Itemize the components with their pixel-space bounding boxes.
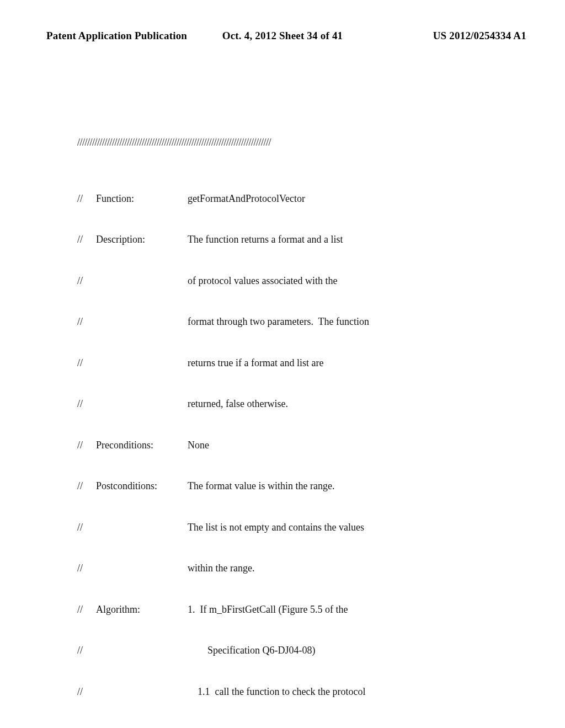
code-label	[96, 274, 188, 288]
code-label	[96, 521, 188, 534]
code-text: None	[188, 438, 526, 452]
comment-mark: //	[77, 233, 96, 247]
code-label: Preconditions:	[96, 438, 188, 452]
code-text: getFormatAndProtocolVector	[188, 192, 526, 206]
code-text: format through two parameters. The funct…	[188, 315, 526, 329]
code-text: 1.1 call the function to check the proto…	[188, 685, 526, 699]
code-label	[96, 726, 188, 728]
code-label	[96, 356, 188, 370]
comment-mark: //	[77, 521, 96, 534]
code-text: 1. If m_bFirstGetCall (Figure 5.5 of the	[188, 603, 526, 617]
code-label	[96, 397, 188, 411]
comment-mark: //	[77, 192, 96, 206]
code-label: Algorithm:	[96, 603, 188, 617]
comment-mark: //	[77, 726, 96, 728]
comment-mark: //	[77, 397, 96, 411]
code-label	[96, 561, 188, 575]
comment-mark: //	[77, 561, 96, 575]
code-line: //Preconditions:None	[77, 438, 526, 452]
code-label	[96, 315, 188, 329]
code-line: //Description:The function returns a for…	[77, 233, 526, 247]
page: Patent Application Publication Oct. 4, 2…	[0, 0, 565, 728]
code-line: // 1.1 call the function to check the pr…	[77, 685, 526, 699]
slash-divider: ////////////////////////////////////////…	[77, 137, 526, 149]
code-label: Postconditions:	[96, 479, 188, 493]
comment-mark: //	[77, 603, 96, 617]
header-left: Patent Application Publication	[46, 30, 187, 42]
code-line: //of protocol values associated with the	[77, 274, 526, 288]
code-line: //returns true if a format and list are	[77, 356, 526, 370]
comment-mark: //	[77, 644, 96, 657]
code-line: //Postconditions:The format value is wit…	[77, 479, 526, 493]
header-mid: Oct. 4, 2012 Sheet 34 of 41	[222, 30, 343, 42]
code-text: The function returns a format and a list	[188, 233, 526, 247]
code-line: //within the range.	[77, 561, 526, 575]
comment-mark: //	[77, 438, 96, 452]
code-block-1: ////////////////////////////////////////…	[46, 107, 526, 728]
code-line: //The list is not empty and contains the…	[77, 521, 526, 534]
comment-mark: //	[77, 479, 96, 493]
code-text: within the range.	[188, 561, 526, 575]
code-text: returns true if a format and list are	[188, 356, 526, 370]
comment-mark: //	[77, 356, 96, 370]
code-line: //format through two parameters. The fun…	[77, 315, 526, 329]
code-text: of protocol values associated with the	[188, 274, 526, 288]
comment-mark: //	[77, 274, 96, 288]
code-line: //returned, false otherwise.	[77, 397, 526, 411]
code-text: restriction.	[188, 726, 526, 728]
code-label	[96, 685, 188, 699]
code-line: //Function:getFormatAndProtocolVector	[77, 192, 526, 206]
code-line: // Specification Q6-DJ04-08)	[77, 644, 526, 657]
code-label	[96, 644, 188, 657]
code-text: The format value is within the range.	[188, 479, 526, 493]
comment-mark: //	[77, 315, 96, 329]
code-text: The list is not empty and contains the v…	[188, 521, 526, 534]
code-label: Function:	[96, 192, 188, 206]
page-header: Patent Application Publication Oct. 4, 2…	[46, 30, 526, 42]
header-right: US 2012/0254334 A1	[433, 30, 526, 42]
code-label: Description:	[96, 233, 188, 247]
code-line: // restriction.	[77, 726, 526, 728]
code-text: returned, false otherwise.	[188, 397, 526, 411]
comment-mark: //	[77, 685, 96, 699]
code-line: //Algorithm:1. If m_bFirstGetCall (Figur…	[77, 603, 526, 617]
code-text: Specification Q6-DJ04-08)	[188, 644, 526, 657]
